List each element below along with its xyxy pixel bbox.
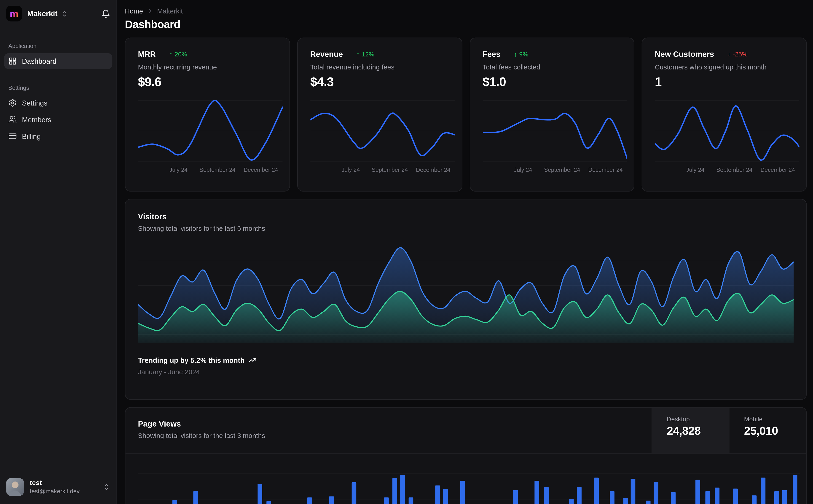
page-views-bar <box>409 497 413 504</box>
page-views-bar <box>646 501 651 504</box>
trend-arrow-up-icon: ↑ <box>357 50 360 58</box>
workspace-selector[interactable]: m Makerkit <box>6 6 68 21</box>
notifications-button[interactable] <box>101 9 110 18</box>
page-title: Dashboard <box>125 19 807 30</box>
page-views-bar <box>460 481 465 504</box>
mrr-sparkline-chart <box>138 100 283 162</box>
user-name: test <box>30 479 80 487</box>
page-views-bar <box>258 484 263 504</box>
page-views-bar-chart <box>138 454 800 504</box>
new-customers-sparkline-chart <box>655 100 799 162</box>
trend-arrow-down-icon: ↓ <box>728 50 731 58</box>
gear-icon <box>8 99 17 107</box>
trend-badge: ↑9% <box>514 50 528 58</box>
page-views-bar <box>172 500 177 504</box>
page-views-bar <box>782 490 787 504</box>
page-views-bar <box>193 491 198 504</box>
stat-description: Monthly recurring revenue <box>138 63 277 71</box>
page-views-bar <box>623 498 628 504</box>
gridline <box>138 500 800 500</box>
main-content: Home Makerkit Dashboard MRR ↑20% Monthly… <box>117 0 813 504</box>
page-views-bar <box>534 481 539 504</box>
visitors-title: Visitors <box>138 212 794 221</box>
stat-title: Fees <box>482 50 500 58</box>
nav-section-label-settings: Settings <box>8 85 108 91</box>
sparkline-axis-labels: July 24 September 24 December 24 <box>310 167 455 174</box>
axis-tick: July 24 <box>686 167 705 173</box>
sparkline-axis-labels: July 24 September 24 December 24 <box>655 167 799 174</box>
visitors-area-chart <box>138 241 794 343</box>
makerkit-logo: m <box>6 6 22 21</box>
user-email: test@makerkit.dev <box>30 488 80 495</box>
chevrons-up-down-icon <box>103 483 110 491</box>
sidebar-item-label: Members <box>22 116 51 123</box>
page-views-title: Page Views <box>138 419 639 428</box>
page-views-bar <box>392 478 397 504</box>
sidebar-item-settings[interactable]: Settings <box>4 95 112 111</box>
toggle-mobile[interactable]: Mobile 25,010 <box>729 408 806 453</box>
axis-tick: September 24 <box>372 167 408 173</box>
page-views-bar <box>610 491 615 504</box>
stat-description: Customers who signed up this month <box>655 63 794 71</box>
stat-card-revenue: Revenue ↑12% Total revenue including fee… <box>297 38 462 192</box>
page-views-bar <box>329 496 334 504</box>
stat-title: Revenue <box>310 50 343 58</box>
toggle-label: Desktop <box>667 416 714 423</box>
page-views-bar <box>400 475 405 504</box>
page-views-bar <box>715 488 720 504</box>
layout-grid-icon <box>8 57 17 65</box>
sidebar-item-dashboard[interactable]: Dashboard <box>4 53 112 69</box>
stat-title: New Customers <box>655 50 714 58</box>
breadcrumb-home-link[interactable]: Home <box>125 7 143 15</box>
page-views-bar <box>696 480 700 504</box>
page-views-bar <box>752 495 757 504</box>
revenue-sparkline-chart <box>310 100 455 162</box>
toggle-value: 25,010 <box>744 424 792 438</box>
trend-badge: ↑12% <box>357 50 374 58</box>
user-menu[interactable]: test test@makerkit.dev <box>0 472 116 504</box>
sidebar-item-billing[interactable]: Billing <box>4 128 112 144</box>
visitors-card: Visitors Showing total visitors for the … <box>125 199 807 400</box>
nav-section-label-application: Application <box>8 43 108 49</box>
stat-description: Total fees collected <box>482 63 622 71</box>
page-views-bar <box>435 485 440 504</box>
toggle-value: 24,828 <box>667 424 714 438</box>
users-icon <box>8 115 17 124</box>
page-views-bar <box>761 478 766 504</box>
sidebar-item-label: Dashboard <box>22 57 56 65</box>
axis-tick: July 24 <box>169 167 187 173</box>
axis-tick: December 24 <box>588 167 623 173</box>
trend-value: 12% <box>362 50 374 58</box>
stat-value: $1.0 <box>482 75 622 89</box>
stat-cards-row: MRR ↑20% Monthly recurring revenue $9.6 … <box>125 38 807 192</box>
gridline <box>138 473 800 474</box>
page-views-bar <box>774 491 779 504</box>
axis-tick: September 24 <box>199 167 236 173</box>
chevron-right-icon <box>146 8 153 15</box>
sparkline-axis-labels: July 24 September 24 December 24 <box>138 167 283 174</box>
page-views-bar <box>671 492 676 504</box>
workspace-name: Makerkit <box>27 9 58 18</box>
avatar <box>6 478 24 496</box>
page-views-bar <box>352 482 357 504</box>
fees-sparkline-chart <box>482 100 627 162</box>
stat-card-new-customers: New Customers ↓-25% Customers who signed… <box>642 38 807 192</box>
page-views-bar <box>307 497 312 504</box>
credit-card-icon <box>8 132 17 141</box>
toggle-desktop[interactable]: Desktop 24,828 <box>652 408 729 453</box>
sidebar-nav: Application Dashboard Settings Settings … <box>0 26 116 145</box>
visitors-subtitle: Showing total visitors for the last 6 mo… <box>138 224 794 232</box>
trend-arrow-up-icon: ↑ <box>514 50 517 58</box>
makerkit-dashboard: m Makerkit Application Dashboard Setting… <box>0 0 813 504</box>
visitors-trend-text: Trending up by 5.2% this month <box>138 356 245 364</box>
logo-letter: m <box>10 9 19 19</box>
chevrons-up-down-icon <box>61 10 68 17</box>
stat-title: MRR <box>138 50 156 58</box>
sidebar-item-members[interactable]: Members <box>4 112 112 127</box>
axis-tick: December 24 <box>416 167 450 173</box>
breadcrumb-current: Makerkit <box>157 7 183 15</box>
sparkline-axis-labels: July 24 September 24 December 24 <box>482 167 627 174</box>
toggle-label: Mobile <box>744 416 792 423</box>
trend-value: 9% <box>519 50 528 58</box>
axis-tick: September 24 <box>716 167 752 173</box>
